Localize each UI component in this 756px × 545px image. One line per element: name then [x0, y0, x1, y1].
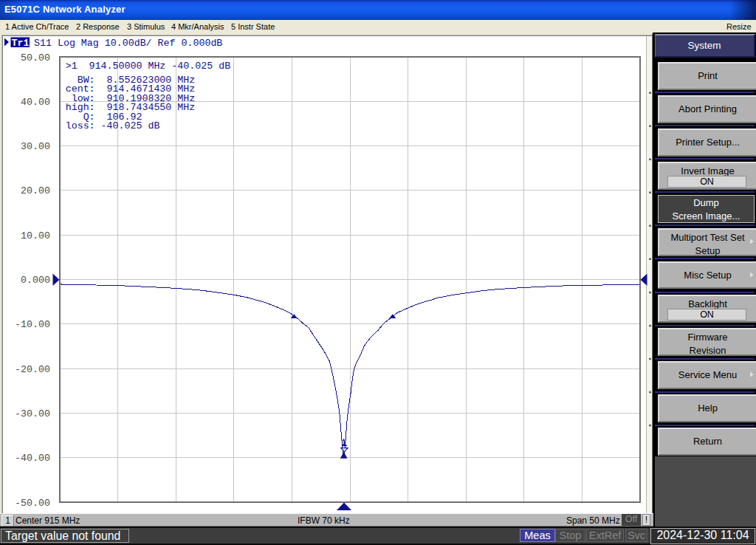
svg-text:loss: -40.025 dB: loss: -40.025 dB — [66, 120, 160, 131]
svg-text:20.00: 20.00 — [21, 185, 50, 196]
svg-text:-10.00: -10.00 — [15, 319, 50, 330]
svg-text:S11 Log Mag 10.00dB/ Ref 0.000: S11 Log Mag 10.00dB/ Ref 0.000dB — [34, 38, 222, 49]
svg-text:40.00: 40.00 — [21, 97, 50, 108]
svg-text:-50.00: -50.00 — [15, 498, 50, 509]
svg-text:30.00: 30.00 — [21, 141, 50, 152]
svg-text:0.000: 0.000 — [21, 275, 50, 286]
svg-text:50.00: 50.00 — [21, 52, 50, 64]
svg-text:>1 914.50000 MHz -40.025 dB: >1 914.50000 MHz -40.025 dB — [66, 61, 230, 72]
svg-text:10.00: 10.00 — [21, 230, 50, 241]
svg-text:-40.00: -40.00 — [15, 453, 50, 464]
svg-text:-30.00: -30.00 — [15, 408, 50, 419]
svg-text:Tr1: Tr1 — [12, 38, 30, 49]
svg-text:-20.00: -20.00 — [15, 364, 50, 375]
